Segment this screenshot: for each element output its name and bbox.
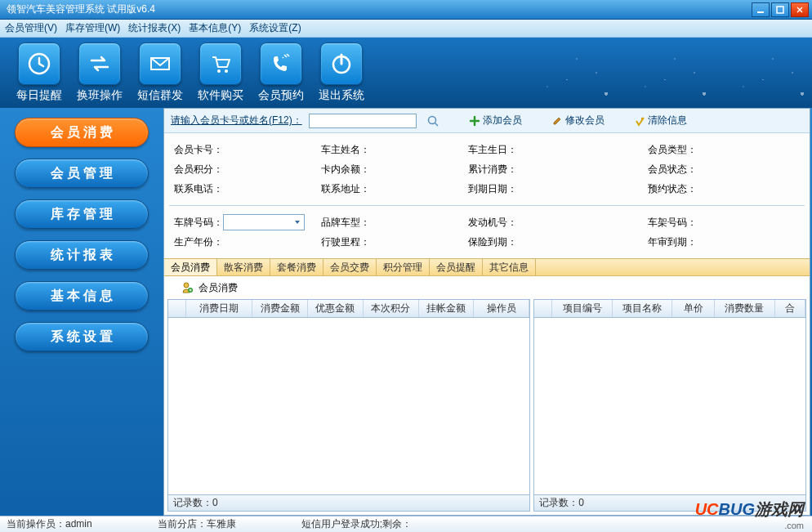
cart-icon	[199, 42, 242, 85]
th-price[interactable]: 单价	[672, 300, 715, 317]
th-itemno[interactable]: 项目编号	[552, 300, 613, 317]
plate-select[interactable]	[223, 214, 305, 230]
nav-basic[interactable]: 基本信息	[15, 281, 149, 311]
maximize-button[interactable]	[771, 2, 789, 17]
status-operator: 当前操作员：admin	[7, 517, 92, 531]
nav-inventory[interactable]: 库存管理	[15, 199, 149, 229]
tool-daily-reminder[interactable]: 每日提醒	[16, 42, 62, 103]
sub-header: 会员消费	[164, 276, 810, 299]
add-member-label: 添加会员	[483, 114, 522, 127]
tool-label: 每日提醒	[16, 88, 62, 103]
th-selector[interactable]	[534, 300, 552, 317]
titlebar: 领智汽车美容管理系统 试用版v6.4	[0, 0, 812, 20]
th-discount[interactable]: 优惠金额	[308, 300, 364, 317]
member-info: 会员卡号： 车主姓名： 车主生日： 会员类型： 会员积分： 卡内余额： 累计消费…	[164, 133, 810, 205]
lbl-phone: 联系电话：	[174, 182, 223, 196]
left-table-body[interactable]	[168, 318, 529, 494]
svg-point-5	[225, 69, 228, 73]
svg-line-9	[435, 123, 438, 126]
close-button[interactable]	[791, 2, 809, 17]
sidebar: 会员消费 会员管理 库存管理 统计报表 基本信息 系统设置	[0, 108, 163, 516]
menu-reports[interactable]: 统计报表(X)	[128, 21, 181, 35]
svg-point-8	[428, 116, 435, 123]
tab-reminder[interactable]: 会员提醒	[430, 259, 483, 275]
user-add-icon	[181, 281, 194, 294]
menubar: 会员管理(V) 库存管理(W) 统计报表(X) 基本信息(Y) 系统设置(Z)	[0, 20, 812, 38]
left-table: 消费日期 消费金额 优惠金额 本次积分 挂帐金额 操作员 记录数：0	[167, 299, 530, 512]
th-itemname[interactable]: 项目名称	[613, 300, 673, 317]
menu-inventory[interactable]: 库存管理(W)	[65, 21, 120, 35]
content-panel: 请输入会员卡号或姓名(F12)： 添加会员 修改会员 清除信息 会员卡号： 车主…	[163, 108, 810, 516]
phone-icon	[260, 42, 302, 85]
lbl-owner: 车主姓名：	[321, 143, 370, 157]
left-table-footer: 记录数：0	[168, 494, 529, 511]
svg-point-11	[184, 283, 189, 288]
edit-member-button[interactable]: 修改会员	[551, 114, 605, 127]
search-label: 请输入会员卡号或姓名(F12)：	[171, 114, 302, 127]
record-count-label: 记录数：0	[539, 496, 584, 510]
svg-rect-0	[757, 11, 764, 13]
lbl-balance: 卡内余额：	[321, 163, 370, 177]
lbl-plate: 车牌号码：	[174, 216, 223, 230]
lbl-cardno: 会员卡号：	[174, 143, 223, 157]
sub-tabs: 会员消费 散客消费 套餐消费 会员交费 积分管理 会员提醒 其它信息	[164, 258, 810, 276]
search-input[interactable]	[309, 114, 417, 128]
add-member-button[interactable]: 添加会员	[469, 114, 522, 127]
lbl-booking-status: 预约状态：	[648, 182, 697, 196]
tab-member-deal[interactable]: 会员交费	[323, 259, 377, 275]
lbl-engine: 发动机号：	[468, 216, 517, 230]
search-bar: 请输入会员卡号或姓名(F12)： 添加会员 修改会员 清除信息	[164, 109, 810, 133]
vehicle-info: 车牌号码： 品牌车型： 发动机号： 车架号码： 生产年份： 行驶里程： 保险到期…	[164, 206, 810, 258]
tab-member-consume[interactable]: 会员消费	[164, 259, 217, 275]
tab-other[interactable]: 其它信息	[483, 259, 536, 275]
th-credit[interactable]: 挂帐金额	[419, 300, 475, 317]
lbl-total: 累计消费：	[468, 163, 517, 177]
nav-member-consume[interactable]: 会员消费	[15, 118, 149, 147]
minimize-button[interactable]	[752, 2, 770, 17]
tool-exit[interactable]: 退出系统	[319, 42, 364, 103]
tool-label: 退出系统	[319, 88, 364, 103]
tool-booking[interactable]: 会员预约	[258, 42, 304, 103]
nav-system[interactable]: 系统设置	[15, 322, 149, 351]
tool-sms[interactable]: 短信群发	[137, 42, 183, 103]
tool-shift[interactable]: 换班操作	[77, 42, 123, 103]
right-table-body[interactable]	[534, 318, 805, 494]
th-date[interactable]: 消费日期	[186, 300, 252, 317]
tab-guest-consume[interactable]: 散客消费	[217, 259, 270, 275]
th-operator[interactable]: 操作员	[474, 300, 529, 317]
search-icon[interactable]	[426, 114, 439, 127]
th-points[interactable]: 本次积分	[364, 300, 419, 317]
swap-icon	[78, 42, 121, 85]
tab-points[interactable]: 积分管理	[377, 259, 430, 275]
lbl-inspection: 年审到期：	[648, 235, 697, 249]
record-count-label: 记录数：0	[173, 496, 218, 510]
lbl-expire: 到期日期：	[468, 182, 517, 196]
th-total[interactable]: 合	[775, 300, 805, 317]
sub-title: 会员消费	[199, 281, 238, 295]
right-table-footer: 记录数：0	[534, 494, 805, 511]
menu-system[interactable]: 系统设置(Z)	[249, 21, 301, 35]
power-icon	[320, 42, 363, 85]
edit-member-label: 修改会员	[565, 114, 605, 127]
menu-member[interactable]: 会员管理(V)	[5, 21, 57, 35]
window-title: 领智汽车美容管理系统 试用版v6.4	[3, 2, 752, 16]
right-table: 项目编号 项目名称 单价 消费数量 合 记录数：0	[533, 299, 806, 512]
tool-buy[interactable]: 软件购买	[198, 42, 243, 103]
th-qty[interactable]: 消费数量	[715, 300, 775, 317]
toolbar: 每日提醒 换班操作 短信群发 软件购买 会员预约 退出系统	[0, 38, 812, 108]
clear-button[interactable]: 清除信息	[634, 114, 687, 127]
nav-reports[interactable]: 统计报表	[15, 240, 149, 270]
clear-label: 清除信息	[648, 114, 687, 127]
menu-basic[interactable]: 基本信息(Y)	[189, 21, 241, 35]
tool-label: 会员预约	[258, 88, 304, 103]
th-amount[interactable]: 消费金额	[252, 300, 308, 317]
clock-icon	[18, 42, 60, 85]
statusbar: 当前操作员：admin 当前分店：车雅康 短信用户登录成功;剩余：	[0, 516, 812, 532]
status-branch: 当前分店：车雅康	[158, 517, 236, 531]
th-selector[interactable]	[168, 300, 186, 317]
nav-member-manage[interactable]: 会员管理	[15, 159, 149, 188]
svg-point-10	[640, 117, 642, 118]
lbl-status: 会员状态：	[648, 163, 697, 177]
status-sms: 短信用户登录成功;剩余：	[301, 517, 412, 531]
tab-package-consume[interactable]: 套餐消费	[270, 259, 323, 275]
